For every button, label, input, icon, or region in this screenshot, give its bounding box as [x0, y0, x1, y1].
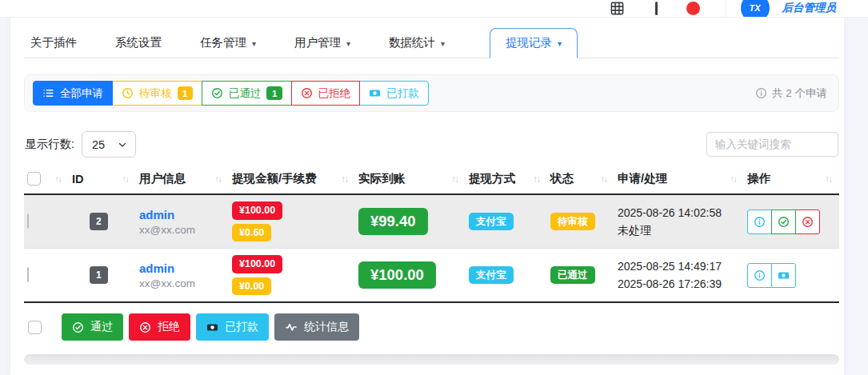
filter-pending-button[interactable]: 待审核 1 — [112, 81, 202, 106]
sort-icon[interactable]: ↑↓ — [730, 174, 741, 185]
filter-paid-button[interactable]: 已打款 — [359, 81, 429, 106]
sort-icon[interactable]: ↑↓ — [533, 174, 544, 185]
apps-grid-icon[interactable] — [610, 1, 625, 16]
topbar: TX 后台管理员 — [0, 0, 868, 18]
banknote-icon — [369, 87, 381, 99]
rows-per-page-select[interactable]: 25 — [82, 131, 136, 158]
actual-amount-badge: ¥100.00 — [358, 261, 436, 289]
bulk-actions-row: 通过 拒绝 已打款 统 — [24, 303, 839, 353]
status-badge: 已通过 — [550, 266, 595, 285]
info-button[interactable] — [747, 209, 772, 234]
column-header-user[interactable]: 用户信息 — [139, 171, 186, 186]
bulk-button-label: 通过 — [90, 320, 113, 334]
row-checkbox[interactable] — [27, 213, 29, 229]
reject-button[interactable] — [795, 209, 820, 234]
request-count-summary: 共 2 个申请 — [755, 86, 830, 101]
column-header-id[interactable]: ID — [72, 173, 84, 186]
admin-name-label[interactable]: 后台管理员 — [782, 1, 837, 15]
filter-button-group: 全部申请 待审核 1 — [33, 81, 429, 106]
x-circle-icon — [301, 87, 313, 99]
tab-label: 用户管理 — [294, 35, 341, 50]
actual-amount-badge: ¥99.40 — [358, 208, 428, 236]
fee-badge: ¥0.60 — [232, 224, 271, 242]
processed-time: 2025-08-26 17:26:39 — [618, 275, 741, 293]
sort-icon[interactable]: ↑↓ — [214, 174, 226, 185]
caret-down-icon: ▾ — [252, 39, 256, 48]
tab-label: 任务管理 — [200, 35, 246, 50]
rows-per-page-label: 显示行数: — [25, 137, 74, 152]
tab-system-settings[interactable]: 系统设置 — [115, 29, 162, 58]
tab-user-management[interactable]: 用户管理 ▾ — [294, 29, 350, 58]
bulk-button-label: 统计信息 — [304, 320, 349, 334]
table-row: 1 admin xx@xx.com ¥100.00 ¥0.00 ¥100.00 … — [24, 249, 839, 303]
nav-tabs: 关于插件 系统设置 任务管理 ▾ 用户管理 ▾ 数据统计 ▾ 提现记录 ▾ — [24, 28, 839, 58]
user-email: xx@xx.com — [139, 224, 226, 236]
bulk-select-checkbox[interactable] — [28, 321, 42, 334]
bell-icon[interactable] — [655, 2, 658, 15]
filter-approved-button[interactable]: 已通过 1 — [202, 81, 292, 106]
tab-data-statistics[interactable]: 数据统计 ▾ — [389, 29, 445, 58]
sort-icon[interactable]: ↑↓ — [122, 174, 133, 185]
info-button[interactable] — [747, 263, 772, 288]
applied-time: 2025-08-26 14:02:58 — [618, 204, 741, 221]
tab-label: 系统设置 — [115, 35, 162, 50]
column-header-ops[interactable]: 操作 — [747, 171, 770, 186]
avatar[interactable]: TX — [741, 0, 770, 18]
sort-icon[interactable]: ↑↓ — [825, 174, 836, 185]
filter-rejected-button[interactable]: 已拒绝 — [291, 81, 361, 106]
amount-badge: ¥100.00 — [232, 255, 282, 273]
applied-time: 2025-08-25 14:49:17 — [618, 257, 741, 275]
caret-down-icon: ▾ — [441, 39, 445, 48]
horizontal-scrollbar[interactable] — [24, 354, 839, 365]
table-row: 2 admin xx@xx.com ¥100.00 ¥0.60 ¥99.40 支… — [24, 194, 839, 249]
tab-task-management[interactable]: 任务管理 ▾ — [200, 29, 256, 58]
column-header-method[interactable]: 提现方式 — [469, 171, 515, 186]
caret-down-icon: ▾ — [346, 39, 350, 48]
check-circle-icon — [72, 321, 84, 333]
filter-label: 全部申请 — [60, 86, 103, 101]
table-header-row: ↑↓ ID↑↓ 用户信息↑↓ 提现金额/手续费↑↓ 实际到账↑↓ 提现方式↑↓ … — [24, 164, 839, 194]
id-badge: 1 — [90, 266, 108, 284]
sort-icon[interactable]: ↑↓ — [600, 174, 611, 185]
approved-count-badge: 1 — [266, 86, 282, 100]
column-header-amount[interactable]: 提现金额/手续费 — [232, 171, 317, 186]
sort-icon[interactable]: ↑↓ — [54, 174, 66, 185]
user-email: xx@xx.com — [139, 277, 226, 289]
column-header-actual[interactable]: 实际到账 — [358, 171, 405, 186]
notification-badge[interactable] — [686, 2, 700, 15]
column-header-status[interactable]: 状态 — [550, 171, 574, 186]
column-header-time[interactable]: 申请/处理 — [618, 171, 667, 186]
topbar-divider — [726, 0, 726, 18]
tab-label: 提现记录 — [506, 35, 552, 50]
tab-withdrawal-records[interactable]: 提现记录 ▾ — [490, 28, 578, 58]
app-window: TX 后台管理员 关于插件 系统设置 任务管理 ▾ 用户管理 ▾ 数据统计 ▾ — [0, 0, 868, 375]
select-all-checkbox[interactable] — [27, 172, 41, 186]
tab-about-plugin[interactable]: 关于插件 — [30, 29, 77, 58]
list-icon — [42, 87, 54, 99]
clock-icon — [122, 87, 134, 99]
bulk-paid-button[interactable]: 已打款 — [196, 313, 269, 341]
bulk-stats-button[interactable]: 统计信息 — [274, 313, 359, 341]
approve-button[interactable] — [771, 209, 796, 234]
banknote-icon — [206, 321, 218, 333]
bulk-approve-button[interactable]: 通过 — [62, 313, 123, 341]
fee-badge: ¥0.00 — [232, 277, 271, 296]
user-link[interactable]: admin — [139, 261, 226, 275]
search-input[interactable] — [706, 132, 838, 157]
row-checkbox[interactable] — [27, 267, 29, 282]
x-circle-icon — [139, 321, 151, 333]
withdrawals-table: ↑↓ ID↑↓ 用户信息↑↓ 提现金额/手续费↑↓ 实际到账↑↓ 提现方式↑↓ … — [24, 164, 839, 303]
filter-all-button[interactable]: 全部申请 — [33, 81, 113, 106]
user-link[interactable]: admin — [139, 208, 226, 221]
activity-icon — [285, 321, 298, 333]
tab-label: 数据统计 — [389, 35, 435, 50]
bulk-reject-button[interactable]: 拒绝 — [129, 313, 190, 341]
method-badge: 支付宝 — [469, 213, 514, 231]
bulk-button-label: 拒绝 — [158, 320, 180, 334]
id-badge: 2 — [90, 213, 108, 230]
mark-paid-button[interactable] — [771, 263, 796, 288]
sort-icon[interactable]: ↑↓ — [451, 174, 462, 185]
filter-label: 已打款 — [386, 86, 419, 101]
sort-icon[interactable]: ↑↓ — [341, 174, 352, 185]
tab-label: 关于插件 — [30, 35, 77, 50]
